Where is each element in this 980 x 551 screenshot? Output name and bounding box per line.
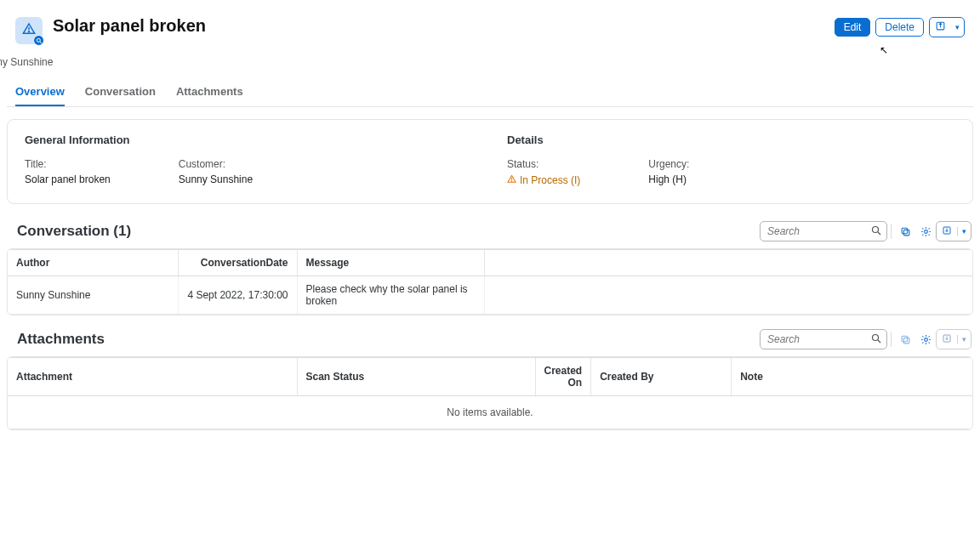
col-note[interactable]: Note: [732, 358, 972, 396]
copy-icon[interactable]: [895, 329, 915, 349]
export-menu-button[interactable]: ▾: [936, 329, 971, 349]
gear-icon[interactable]: [915, 221, 936, 241]
share-menu-button[interactable]: ▾: [929, 17, 965, 37]
customer-label: Customer:: [179, 158, 253, 170]
col-createdby[interactable]: Created By: [591, 358, 732, 396]
tab-overview[interactable]: Overview: [15, 85, 65, 106]
svg-line-8: [878, 232, 880, 235]
col-spacer: [484, 250, 972, 276]
conversation-heading: Conversation (1): [17, 223, 131, 240]
share-icon: [930, 18, 951, 37]
warning-icon: [507, 174, 516, 185]
info-card: General Information Title: Solar panel b…: [7, 119, 973, 204]
svg-point-2: [37, 38, 40, 42]
svg-line-14: [878, 340, 880, 343]
attachments-search[interactable]: [760, 329, 887, 349]
svg-point-7: [873, 226, 879, 232]
col-author[interactable]: Author: [8, 250, 178, 276]
gear-icon[interactable]: [915, 329, 936, 349]
svg-rect-9: [903, 230, 909, 236]
col-date[interactable]: ConversationDate: [178, 250, 297, 276]
attachments-empty: No items available.: [8, 396, 972, 429]
col-scanstatus[interactable]: Scan Status: [297, 358, 535, 396]
urgency-value: High (H): [648, 173, 689, 185]
attachments-heading: Attachments: [17, 331, 105, 348]
svg-point-11: [924, 230, 927, 233]
incident-icon: [15, 17, 43, 44]
export-icon: [937, 333, 957, 346]
attachments-section: Attachments ▾: [7, 324, 973, 430]
tab-conversation[interactable]: Conversation: [85, 85, 156, 106]
page-subtitle: Sunny Sunshine: [0, 56, 206, 68]
tab-attachments[interactable]: Attachments: [176, 85, 243, 106]
svg-rect-15: [903, 338, 909, 344]
details-heading: Details: [507, 133, 955, 146]
cell-author: Sunny Sunshine: [8, 276, 178, 315]
attachments-search-input[interactable]: [767, 333, 871, 345]
delete-button[interactable]: Delete: [875, 18, 924, 37]
magnifier-badge-icon: [33, 35, 44, 46]
svg-rect-16: [902, 336, 908, 342]
search-icon: [871, 225, 881, 238]
svg-point-17: [924, 338, 927, 341]
cell-message: Please check why the solar panel is brok…: [297, 276, 484, 315]
export-menu-button[interactable]: ▾: [936, 221, 971, 241]
cell-date: 4 Sept 2022, 17:30:00: [178, 276, 297, 315]
general-heading: General Information: [25, 133, 473, 146]
page-header: Solar panel broken Sunny Sunshine Edit D…: [7, 7, 973, 71]
customer-value: Sunny Sunshine: [179, 173, 253, 185]
svg-point-13: [873, 334, 879, 340]
chevron-down-icon: ▾: [957, 335, 971, 344]
col-message[interactable]: Message: [297, 250, 484, 276]
title-value: Solar panel broken: [25, 173, 111, 185]
svg-line-3: [40, 42, 42, 43]
svg-point-6: [511, 180, 512, 181]
attachments-table: Attachment Scan Status Created On Create…: [8, 357, 972, 429]
status-value: In Process (I): [520, 174, 580, 186]
urgency-label: Urgency:: [648, 158, 689, 170]
status-label: Status:: [507, 158, 580, 170]
title-label: Title:: [25, 158, 111, 170]
export-icon: [937, 225, 957, 238]
copy-icon[interactable]: [895, 221, 915, 241]
conversation-search-input[interactable]: [767, 225, 871, 237]
page-title: Solar panel broken: [53, 15, 206, 36]
svg-point-1: [28, 31, 29, 32]
conversation-table: Author ConversationDate Message Sunny Su…: [8, 249, 972, 315]
col-attachment[interactable]: Attachment: [8, 358, 297, 396]
chevron-down-icon: ▾: [957, 227, 971, 236]
chevron-down-icon: ▾: [951, 20, 964, 34]
col-createdon[interactable]: Created On: [535, 358, 591, 396]
conversation-search[interactable]: [760, 221, 887, 241]
conversation-section: Conversation (1) ▾: [7, 216, 973, 315]
table-row[interactable]: Sunny Sunshine 4 Sept 2022, 17:30:00 Ple…: [8, 276, 972, 315]
svg-rect-10: [902, 228, 908, 234]
search-icon: [871, 333, 881, 346]
tab-bar: Overview Conversation Attachments: [7, 71, 973, 107]
edit-button[interactable]: Edit: [835, 18, 871, 37]
